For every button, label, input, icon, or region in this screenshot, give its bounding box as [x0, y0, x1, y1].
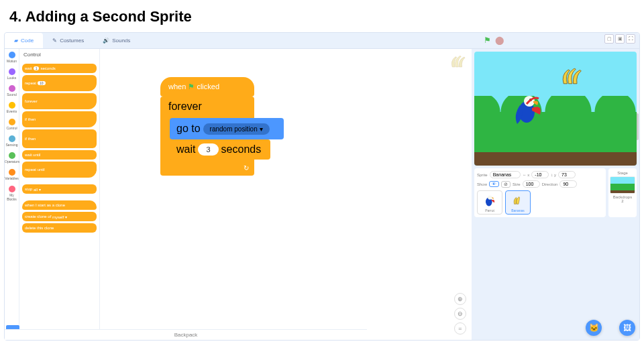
canvas-zoom: ⊕ ⊖ =: [454, 293, 466, 335]
category-motion[interactable]: Motion: [5, 49, 19, 66]
sprite-thumbnails: Parrot Bananas: [477, 190, 603, 215]
sprite-x-input[interactable]: [531, 171, 549, 178]
stage-large-button[interactable]: ▣: [615, 34, 625, 44]
palette-header: Control: [19, 49, 99, 60]
palette-wait-block[interactable]: wait1seconds: [22, 64, 97, 73]
show-hidden-button[interactable]: ⊘: [501, 181, 511, 188]
banana-sprite-icon: [559, 66, 583, 89]
category-looks[interactable]: Looks: [5, 66, 19, 82]
tab-costumes[interactable]: ✎Costumes: [43, 33, 93, 48]
show-visible-button[interactable]: 👁: [489, 181, 499, 187]
fullscreen-button[interactable]: ⛶: [626, 34, 635, 44]
category-events[interactable]: Events: [5, 99, 19, 116]
wait-value-input[interactable]: 3: [198, 143, 218, 156]
stage-thumbnail[interactable]: [610, 176, 635, 194]
stage-size-controls: ▢ ▣ ⛶: [604, 34, 635, 44]
zoom-out-button[interactable]: ⊖: [454, 308, 466, 320]
palette-createclone-block[interactable]: create clone of myself ▾: [22, 212, 97, 221]
stage-small-button[interactable]: ▢: [604, 34, 614, 44]
palette-clonestart-block[interactable]: when I start as a clone: [22, 200, 97, 210]
sprite-thumb-parrot[interactable]: Parrot: [477, 190, 502, 215]
palette-repeat-block[interactable]: repeat10: [22, 75, 97, 91]
costumes-icon: ✎: [52, 38, 57, 44]
palette-forever-block[interactable]: forever: [22, 93, 97, 109]
stage-column: Stage Backdrops 2: [608, 168, 637, 217]
palette-waituntil-block[interactable]: wait until: [22, 150, 97, 160]
zoom-reset-button[interactable]: =: [454, 322, 466, 335]
script-canvas[interactable]: when ⚑ clicked forever go to random posi…: [100, 49, 472, 340]
zoom-in-button[interactable]: ⊕: [454, 293, 466, 305]
block-palette: Control wait1seconds repeat10 forever if…: [19, 49, 100, 340]
category-myblocks[interactable]: My Blocks: [5, 183, 19, 204]
goto-block[interactable]: go to random position ▾: [170, 118, 284, 139]
scratch-editor: ▰Code ✎Costumes 🔊Sounds ⚑ ⬤ ▢ ▣ ⛶ Motion…: [4, 32, 640, 341]
svg-point-4: [488, 195, 492, 199]
sprite-thumb-bananas[interactable]: Bananas: [505, 190, 531, 215]
sprite-name-input[interactable]: [490, 171, 521, 178]
palette-stop-block[interactable]: stop all ▾: [22, 184, 97, 194]
sprite-watermark-icon: [449, 54, 466, 72]
palette-if-block[interactable]: if then: [22, 111, 97, 127]
palette-ifelse-block[interactable]: if then: [22, 129, 97, 148]
forever-label: forever: [160, 97, 254, 117]
sprite-direction-input[interactable]: [559, 180, 577, 188]
stage-preview[interactable]: [474, 52, 637, 166]
code-stack[interactable]: when ⚑ clicked forever go to random posi…: [160, 77, 254, 176]
category-control[interactable]: Control: [5, 116, 19, 133]
category-column: Motion Looks Sound Events Control Sensin…: [5, 49, 19, 340]
parrot-sprite-icon: [513, 92, 544, 128]
tab-sounds[interactable]: 🔊Sounds: [93, 33, 140, 48]
add-sprite-button[interactable]: 🐱: [586, 320, 602, 336]
when-flag-clicked-block[interactable]: when ⚑ clicked: [160, 77, 254, 97]
stop-icon[interactable]: ⬤: [495, 36, 504, 45]
sprite-info-panel: Sprite ↔ x ↕ y Show 👁 ⊘ Size Direction: [474, 168, 606, 217]
category-sound[interactable]: Sound: [5, 82, 19, 99]
tab-code[interactable]: ▰Code: [5, 33, 43, 48]
add-backdrop-button[interactable]: 🖼: [619, 320, 635, 336]
sprite-size-input[interactable]: [523, 180, 540, 188]
goto-dropdown[interactable]: random position ▾: [203, 123, 270, 135]
flag-icon: ⚑: [188, 82, 195, 90]
loop-arrow-icon: ↻: [244, 164, 249, 172]
sounds-icon: 🔊: [103, 38, 109, 44]
palette-repeatuntil-block[interactable]: repeat until: [22, 162, 97, 178]
palette-deleteclone-block[interactable]: delete this clone: [22, 223, 97, 233]
right-panel: Sprite ↔ x ↕ y Show 👁 ⊘ Size Direction: [472, 49, 639, 340]
category-sensing[interactable]: Sensing: [5, 133, 19, 149]
category-variables[interactable]: Variables: [5, 166, 19, 183]
slide-title: 4. Adding a Second Sprite: [0, 0, 644, 29]
category-operators[interactable]: Operators: [5, 149, 19, 166]
green-flag-icon[interactable]: ⚑: [484, 36, 491, 45]
run-controls: ⚑ ⬤: [484, 36, 504, 45]
backpack-bar[interactable]: Backpack: [5, 329, 367, 340]
editor-tabs: ▰Code ✎Costumes 🔊Sounds: [5, 33, 639, 49]
sprite-y-input[interactable]: [558, 171, 576, 178]
forever-block[interactable]: forever go to random position ▾ wait 3 s…: [160, 97, 254, 176]
wait-block[interactable]: wait 3 seconds: [170, 139, 270, 160]
code-icon: ▰: [14, 38, 18, 44]
